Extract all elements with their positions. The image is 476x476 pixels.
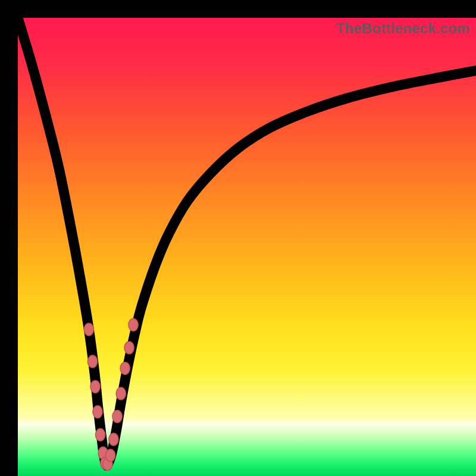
plot-area: TheBottleneck.com (18, 18, 476, 476)
bottleneck-curve (18, 18, 476, 465)
marker-dot (105, 449, 115, 462)
curve-layer (18, 18, 476, 476)
marker-dot (116, 387, 126, 400)
marker-dot (90, 380, 100, 393)
marker-dot (120, 362, 130, 375)
marker-dot (87, 355, 97, 368)
marker-dot (124, 342, 134, 354)
marker-dot (109, 433, 118, 446)
marker-dot (129, 319, 138, 331)
marker-dot (84, 323, 93, 336)
marker-dot (96, 428, 105, 441)
marker-dot (112, 411, 122, 423)
chart-frame: TheBottleneck.com (0, 0, 476, 476)
marker-dot (93, 406, 102, 418)
